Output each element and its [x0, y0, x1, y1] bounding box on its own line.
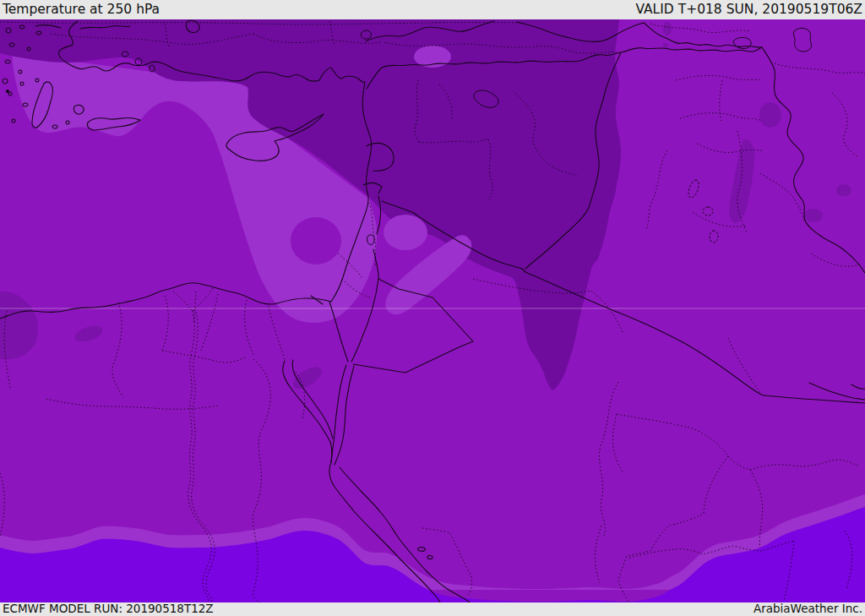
map-canvas [0, 19, 865, 602]
cold-blob-small-2 [663, 43, 668, 48]
cold-blob-small-3 [836, 184, 851, 196]
map-title: Temperature at 250 hPa [3, 3, 160, 17]
model-run-label: ECMWF MODEL RUN: 20190518T12Z [3, 603, 214, 615]
valid-time-label: VALID T+018 SUN, 20190519T06Z [635, 3, 862, 17]
header-bar: Temperature at 250 hPa VALID T+018 SUN, … [0, 0, 865, 19]
mild-patch-galilee [384, 215, 427, 250]
footer-bar: ECMWF MODEL RUN: 20190518T12Z ArabiaWeat… [0, 602, 865, 616]
cold-blob-kirkuk [759, 102, 781, 128]
base-patch-east-med [291, 217, 341, 264]
cold-blob-small-4 [804, 209, 823, 222]
islet-dot [7, 90, 9, 93]
cold-blob-small-1 [663, 22, 672, 35]
credit-label: ArabiaWeather Inc. [753, 603, 862, 615]
